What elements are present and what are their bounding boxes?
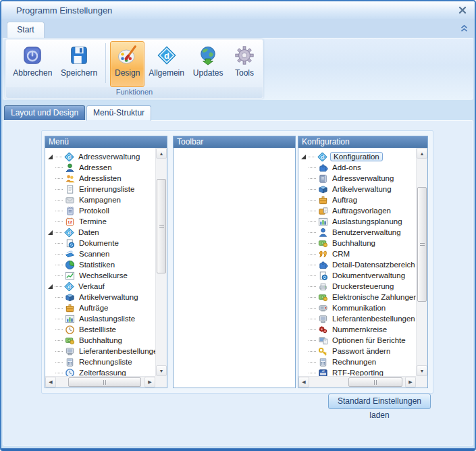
tree-item-elektronische-zahlungen[interactable]: Elektronische Zahlungen	[298, 292, 416, 302]
tree-item-rechnungsliste[interactable]: Rechnungsliste	[45, 356, 155, 367]
tree-item-rtf-reporting[interactable]: rtfRTF-Reporting	[298, 367, 416, 376]
tab-start[interactable]: Start	[7, 22, 45, 38]
tree-guide-line	[309, 319, 316, 319]
tree-guide-line	[55, 265, 63, 265]
load-default-settings-button[interactable]: Standard Einstellungen laden	[328, 394, 431, 409]
tree-item-lieferantenbestellungen[interactable]: Lieferantenbestellungen	[45, 346, 155, 356]
scroll-down-icon[interactable]: ▼	[156, 365, 167, 376]
tree-item-auslastungsliste[interactable]: Auslastungsliste	[45, 313, 155, 324]
tree-item-rechnungen[interactable]: Rechnungen	[298, 356, 416, 367]
tree-guide-line	[309, 297, 316, 298]
panel-toolbar: Toolbar	[173, 136, 296, 388]
ribbon-button-label: Updates	[193, 68, 223, 78]
tree-item-detail-datensatzbereich[interactable]: Detail-Datensatzbereich	[298, 259, 416, 270]
tree-item-termine[interactable]: 12Termine	[45, 216, 155, 227]
tree-item-zeiterfassung[interactable]: Zeiterfassung	[45, 367, 155, 376]
expander-icon[interactable]	[48, 284, 53, 289]
tree-item-add-ons[interactable]: Add-ons	[298, 162, 416, 173]
konfiguration-tree: dKonfigurationAdd-onsAdressverwaltungArt…	[298, 148, 416, 376]
scrollbar-thumb[interactable]	[348, 377, 402, 387]
tree-item-protokoll[interactable]: Protokoll	[45, 205, 155, 216]
tree-item-adressverwaltung[interactable]: Adressverwaltung	[298, 173, 416, 184]
tree-item-lieferantenbestellungen[interactable]: Lieferantenbestellungen	[298, 313, 416, 324]
tree-item-label: Adresslisten	[79, 174, 122, 182]
expander-icon[interactable]	[48, 230, 53, 235]
scroll-left-icon[interactable]: ◀	[298, 377, 309, 388]
tree-item-buchhaltung[interactable]: Buchhaltung	[298, 238, 416, 248]
collapse-ribbon-icon[interactable]	[460, 24, 468, 32]
expander-icon[interactable]	[48, 155, 53, 159]
tree-item-verkauf[interactable]: dVerkauf	[45, 281, 155, 292]
tree-item-kampagnen[interactable]: Kampagnen	[45, 194, 155, 205]
tree-item-dokumente[interactable]: Dokumente	[45, 238, 155, 248]
tree-guide-line	[55, 221, 63, 222]
scroll-left-icon[interactable]: ◀	[45, 377, 56, 388]
tree-item-auftrag[interactable]: Auftrag	[298, 194, 416, 205]
page-tabs: Layout und DesignMenü-Struktur	[3, 105, 475, 120]
tree-item-daten[interactable]: dDaten	[45, 227, 155, 238]
scrollbar-thumb[interactable]	[68, 377, 141, 387]
close-icon[interactable]	[458, 6, 467, 14]
ribbon-button-allgemein[interactable]: dAllgemein	[144, 41, 188, 87]
tree-item-kommunikation[interactable]: Kommunikation	[298, 302, 416, 313]
tree-item-wechselkurse[interactable]: Wechselkurse	[45, 270, 155, 281]
tree-guide-line	[309, 329, 316, 330]
ribbon-button-design[interactable]: Design	[110, 41, 144, 87]
scrollbar-thumb[interactable]	[417, 187, 427, 302]
scroll-right-icon[interactable]: ▶	[144, 377, 155, 388]
tree-guide-line	[55, 167, 63, 168]
horizontal-scrollbar[interactable]: ◀ ▶	[298, 376, 416, 388]
box-orange-icon	[318, 195, 329, 205]
ribbon-button-speichern[interactable]: Speichern	[57, 41, 102, 87]
ribbon-button-updates[interactable]: Updates	[188, 41, 228, 87]
tree-item-scannen[interactable]: Scannen	[45, 248, 155, 259]
tree-guide-line	[55, 254, 63, 255]
vertical-scrollbar[interactable]: ▲ ▼	[155, 148, 167, 376]
svg-text:12: 12	[68, 219, 72, 224]
svg-text:d: d	[68, 284, 71, 290]
d-diamond-icon: d	[317, 152, 328, 162]
tree-item-druckersteuerung[interactable]: Druckersteuerung	[298, 281, 416, 292]
expander-icon[interactable]	[301, 155, 306, 159]
tree-item-label: Druckersteuerung	[332, 282, 394, 290]
tree-item-optionen-f-r-berichte[interactable]: Optionen für Berichte	[298, 335, 416, 346]
tree-item-artikelverwaltung[interactable]: Artikelverwaltung	[45, 292, 155, 302]
ribbon-button-tools[interactable]: Tools	[228, 41, 261, 87]
tree-item-statistiken[interactable]: Statistiken	[45, 259, 155, 270]
tree-guide-line	[309, 178, 316, 179]
tree-item-bestellliste[interactable]: Bestellliste	[45, 324, 155, 335]
scroll-up-icon[interactable]: ▲	[417, 148, 427, 159]
tree-item-erinnerungsliste[interactable]: Erinnerungsliste	[45, 184, 155, 194]
tree-item-buchhaltung[interactable]: Buchhaltung	[45, 335, 155, 346]
tree-item-dokumentverwaltung[interactable]: Dokumentverwaltung	[298, 270, 416, 281]
vertical-scrollbar[interactable]: ▲ ▼	[416, 148, 427, 376]
address-book-icon	[318, 174, 329, 184]
tree-item-label: Aufträge	[79, 304, 108, 312]
tree-item-nummernkreise[interactable]: Nummernkreise	[298, 324, 416, 335]
tree-item-label: Adressverwaltung	[332, 174, 394, 182]
tree-guide-line	[55, 319, 63, 319]
floppy-icon	[69, 43, 89, 68]
tree-item-adresslisten[interactable]: Adresslisten	[45, 173, 155, 184]
tree-item-adressverwaltung[interactable]: dAdressverwaltung	[45, 151, 155, 162]
scroll-right-icon[interactable]: ▶	[405, 377, 416, 388]
tree-item-benutzerverwaltung[interactable]: Benutzerverwaltung	[298, 227, 416, 238]
tree-item-crm[interactable]: CRM	[298, 248, 416, 259]
scrollbar-thumb[interactable]	[157, 179, 166, 273]
calculator-icon	[65, 357, 76, 367]
ribbon-button-abbrechen[interactable]: Abbrechen	[9, 41, 57, 87]
tab-layout-und-design[interactable]: Layout und Design	[4, 105, 85, 120]
tab-men-struktur[interactable]: Menü-Struktur	[86, 105, 151, 121]
tree-item-konfiguration[interactable]: dKonfiguration	[298, 151, 416, 162]
tree-item-passwort-ndern[interactable]: Passwort ändern	[298, 346, 416, 356]
puzzle-icon	[318, 260, 329, 270]
tree-item-auftragsvorlagen[interactable]: Auftragsvorlagen	[298, 205, 416, 216]
tree-item-auslastungsplanung[interactable]: Auslastungsplanung	[298, 216, 416, 227]
ribbon-button-label: Abbrechen	[13, 68, 52, 78]
tree-item-artikelverwaltung[interactable]: Artikelverwaltung	[298, 184, 416, 194]
horizontal-scrollbar[interactable]: ◀ ▶	[45, 376, 155, 388]
scroll-down-icon[interactable]: ▼	[417, 365, 427, 376]
tree-item-auftr-ge[interactable]: Aufträge	[45, 302, 155, 313]
tree-item-adressen[interactable]: Adressen	[45, 162, 155, 173]
scroll-up-icon[interactable]: ▲	[156, 148, 167, 159]
